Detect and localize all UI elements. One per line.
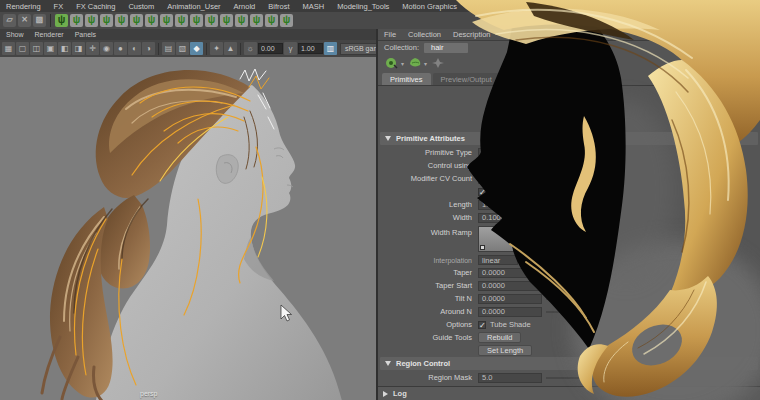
around-n-field[interactable]: 0.0000 bbox=[478, 307, 542, 317]
camera-attributes-icon[interactable]: ◉ bbox=[100, 42, 113, 55]
ramp-handle[interactable] bbox=[480, 245, 485, 250]
tube-shade-checkbox[interactable]: ✓ bbox=[478, 321, 486, 329]
width-slider[interactable] bbox=[546, 217, 584, 219]
taper-slider[interactable] bbox=[546, 272, 584, 274]
viewport-menu-renderer[interactable]: Renderer bbox=[35, 31, 64, 38]
region-mask-slider[interactable] bbox=[546, 377, 584, 379]
xgen-shelf-icon[interactable]: ψ bbox=[235, 14, 248, 27]
xgen-shelf-icon[interactable]: ψ bbox=[130, 14, 143, 27]
menu-modeling-tools[interactable]: Modeling_Tools bbox=[337, 2, 389, 11]
resolution-gate-icon[interactable]: ▣ bbox=[44, 42, 57, 55]
lighting-icon[interactable]: ● bbox=[114, 42, 127, 55]
xgen-shelf-icon[interactable]: ψ bbox=[175, 14, 188, 27]
taper-field[interactable]: 0.0000 bbox=[478, 268, 542, 278]
ambient-occlusion-icon[interactable]: ◑ bbox=[142, 42, 155, 55]
maya-window: Rendering FX FX Caching Custom Animation… bbox=[0, 0, 760, 400]
menu-bifrost[interactable]: Bifrost bbox=[268, 2, 289, 11]
section-region-control[interactable]: Region Control bbox=[380, 357, 758, 370]
plugin-shapes-icon[interactable]: ▲ bbox=[224, 42, 237, 55]
chevron-down-icon[interactable]: ▾ bbox=[401, 60, 404, 67]
shadows-icon[interactable]: ◐ bbox=[128, 42, 141, 55]
attr-label: Taper Start bbox=[378, 281, 478, 290]
select-camera-icon[interactable]: ▦ bbox=[2, 42, 15, 55]
color-management-icon[interactable]: ▥ bbox=[324, 42, 337, 55]
gamma-field[interactable] bbox=[298, 43, 323, 54]
menu-motion-graphics[interactable]: Motion Graphics bbox=[402, 2, 457, 11]
xray-icon[interactable]: ◆ bbox=[190, 42, 203, 55]
modifier-cv-count-field[interactable]: 40 bbox=[478, 174, 518, 184]
xgen-shelf-icon[interactable]: ψ bbox=[145, 14, 158, 27]
shelf-bucket-icon[interactable]: ▨ bbox=[33, 14, 46, 27]
xgen-shelf-icon[interactable]: ψ bbox=[190, 14, 203, 27]
xgen-update-preview-icon[interactable] bbox=[407, 56, 422, 70]
xgen-menu-description[interactable]: Description bbox=[453, 30, 491, 39]
exposure-field[interactable] bbox=[258, 43, 283, 54]
menu-xgen[interactable]: XGen bbox=[586, 2, 605, 11]
isolate-select-icon[interactable]: ✦ bbox=[210, 42, 223, 55]
xgen-menu-collection[interactable]: Collection bbox=[408, 30, 441, 39]
primitive-type-dropdown[interactable]: Spline bbox=[478, 148, 542, 158]
menu-fx-caching[interactable]: FX Caching bbox=[76, 2, 115, 11]
menu-arnold[interactable]: Arnold bbox=[234, 2, 256, 11]
textured-icon[interactable]: ▤ bbox=[162, 42, 175, 55]
length-field[interactable]: 1.0000 bbox=[478, 200, 542, 210]
attr-row-interpolation: Interpolation linear bbox=[378, 254, 760, 266]
xgen-shelf-icon[interactable]: ψ bbox=[220, 14, 233, 27]
xgen-preview-icon[interactable] bbox=[384, 56, 399, 70]
gamma-icon[interactable]: γ bbox=[284, 42, 297, 55]
xgen-shelf-icon[interactable]: ψ bbox=[115, 14, 128, 27]
gate-mask-icon[interactable]: ◧ bbox=[58, 42, 71, 55]
faceted-checkbox[interactable]: ✓ bbox=[478, 188, 486, 196]
menu-mash[interactable]: MASH bbox=[303, 2, 325, 11]
film-gate-icon[interactable]: ◫ bbox=[30, 42, 43, 55]
length-slider[interactable] bbox=[546, 204, 584, 206]
attr-label: Taper bbox=[378, 268, 478, 277]
clear-preview-icon[interactable] bbox=[430, 56, 445, 70]
shelf-delete-icon[interactable]: ✕ bbox=[18, 14, 31, 27]
collection-name-field[interactable]: hair bbox=[424, 43, 468, 53]
menu-custom[interactable]: Custom bbox=[128, 2, 154, 11]
xgen-shelf-icon[interactable]: ψ bbox=[280, 14, 293, 27]
menu-polygons-user[interactable]: Polygons_User bbox=[470, 2, 521, 11]
tab-preview-output[interactable]: Preview/Output bbox=[433, 73, 500, 85]
grid-icon[interactable]: ▢ bbox=[16, 42, 29, 55]
tilt-n-field[interactable]: 0.0000 bbox=[478, 294, 542, 304]
exposure-icon[interactable]: ☼ bbox=[244, 42, 257, 55]
xgen-shelf-icon[interactable]: ψ bbox=[100, 14, 113, 27]
xgen-shelf-icon[interactable]: ψ bbox=[70, 14, 83, 27]
viewport-menu-panels[interactable]: Panels bbox=[75, 31, 96, 38]
menu-fx[interactable]: FX bbox=[54, 2, 64, 11]
xgen-menu-file[interactable]: File bbox=[384, 30, 396, 39]
control-using-dropdown[interactable]: Guides bbox=[478, 161, 542, 171]
menu-xgen-user[interactable]: XGen_User bbox=[534, 2, 573, 11]
xgen-shelf-icon[interactable]: ψ bbox=[205, 14, 218, 27]
viewport-toolbar: ▦ ▢ ◫ ▣ ◧ ◨ ✛ ◉ ● ◐ ◑ ▤ ▧ ◆ ✦ ▲ ☼ γ ▥ sR… bbox=[0, 40, 377, 57]
xgen-shelf-icon[interactable]: ψ bbox=[250, 14, 263, 27]
tilt-n-slider[interactable] bbox=[546, 298, 584, 300]
chevron-down-icon[interactable]: ▾ bbox=[424, 60, 427, 67]
viewport-3d-scene[interactable] bbox=[0, 57, 377, 400]
tab-primitives[interactable]: Primitives bbox=[382, 73, 431, 85]
xgen-shelf-icon[interactable]: ψ bbox=[85, 14, 98, 27]
xgen-shelf-icon[interactable]: ψ bbox=[265, 14, 278, 27]
section-log[interactable]: Log bbox=[378, 386, 760, 400]
section-primitive-attributes[interactable]: Primitive Attributes bbox=[380, 132, 758, 145]
field-chart-icon[interactable]: ◨ bbox=[72, 42, 85, 55]
region-mask-field[interactable]: 5.0 bbox=[478, 373, 542, 383]
taper-start-field[interactable]: 0.0000 bbox=[478, 281, 542, 291]
menu-rendering[interactable]: Rendering bbox=[6, 2, 41, 11]
menu-animation-user[interactable]: Animation_User bbox=[167, 2, 220, 11]
width-ramp-widget[interactable] bbox=[478, 226, 564, 252]
xgen-shelf-icon[interactable]: ψ bbox=[160, 14, 173, 27]
set-length-button[interactable]: Set Length bbox=[478, 345, 532, 356]
rebuild-button[interactable]: Rebuild bbox=[478, 332, 521, 343]
width-field[interactable]: 0.1000 bbox=[478, 213, 542, 223]
wireframe-on-shaded-icon[interactable]: ▧ bbox=[176, 42, 189, 55]
viewport-menu-show[interactable]: Show bbox=[6, 31, 24, 38]
shelf-tool-icon[interactable]: ▱ bbox=[3, 14, 16, 27]
xgen-shelf-icon[interactable]: ψ bbox=[55, 14, 68, 27]
safe-action-icon[interactable]: ✛ bbox=[86, 42, 99, 55]
around-n-slider[interactable] bbox=[546, 311, 584, 313]
taper-start-slider[interactable] bbox=[546, 285, 584, 287]
interpolation-dropdown[interactable]: linear bbox=[478, 255, 518, 265]
